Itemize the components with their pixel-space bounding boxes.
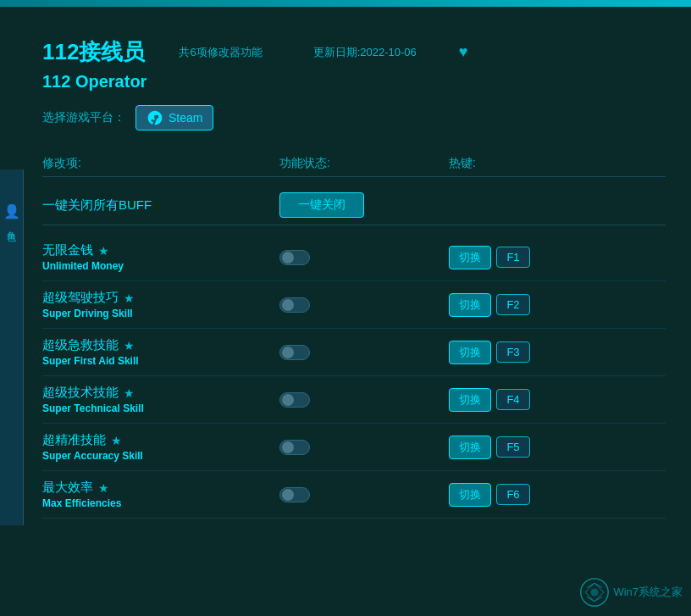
watermark: Win7系统之家 bbox=[579, 577, 683, 608]
hotkey-key: F3 bbox=[496, 341, 530, 363]
toggle-knob bbox=[282, 394, 294, 406]
toggle-container bbox=[279, 487, 449, 502]
star-icon[interactable]: ★ bbox=[124, 339, 135, 352]
close-all-button[interactable]: 一键关闭 bbox=[279, 192, 364, 218]
toggle-knob bbox=[282, 489, 294, 501]
toggle-knob bbox=[282, 441, 294, 453]
table-row: 超级驾驶技巧 ★ Super Driving Skill 切换 F2 bbox=[42, 281, 666, 329]
table-header: 修改项: 功能状态: 热键: bbox=[42, 151, 666, 177]
toggle-switch[interactable] bbox=[279, 297, 310, 313]
hotkey-block: 切换 F5 bbox=[449, 436, 618, 459]
favorite-icon[interactable]: ♥ bbox=[459, 43, 468, 61]
table-row: 超级技术技能 ★ Super Technical Skill 切换 F4 bbox=[42, 376, 666, 424]
toggle-switch[interactable] bbox=[279, 250, 310, 265]
hotkey-toggle-button[interactable]: 切换 bbox=[449, 341, 491, 364]
item-name-en: Unlimited Money bbox=[42, 260, 279, 272]
hotkey-key: F5 bbox=[496, 436, 530, 458]
close-all-label: 一键关闭所有BUFF bbox=[42, 197, 279, 214]
toggle-switch[interactable] bbox=[279, 487, 310, 502]
hotkey-block: 切换 F4 bbox=[449, 388, 618, 412]
toggle-switch[interactable] bbox=[279, 440, 310, 455]
item-name-block: 最大效率 ★ Max Efficiencies bbox=[42, 480, 279, 509]
toggle-container bbox=[279, 440, 449, 455]
win7-logo bbox=[579, 577, 610, 608]
hotkey-key: F2 bbox=[496, 294, 530, 315]
star-icon[interactable]: ★ bbox=[124, 386, 135, 400]
left-sidebar: 👤 角色 bbox=[0, 169, 24, 525]
watermark-text: Win7系统之家 bbox=[613, 585, 683, 600]
toggle-switch[interactable] bbox=[279, 392, 310, 408]
item-name-cn: 超级急救技能 ★ bbox=[42, 337, 279, 353]
item-name-cn: 无限金钱 ★ bbox=[42, 242, 279, 258]
hotkey-toggle-button[interactable]: 切换 bbox=[449, 483, 491, 507]
table-row: 最大效率 ★ Max Efficiencies 切换 F6 bbox=[42, 471, 666, 519]
table-row: 超级急救技能 ★ Super First Aid Skill 切换 F3 bbox=[42, 329, 666, 376]
item-name-block: 超级技术技能 ★ Super Technical Skill bbox=[42, 385, 279, 414]
hotkey-block: 切换 F6 bbox=[449, 483, 618, 507]
hotkey-key: F1 bbox=[496, 247, 530, 268]
table-row: 超精准技能 ★ Super Accuracy Skill 切换 F5 bbox=[42, 424, 666, 471]
item-name-block: 超精准技能 ★ Super Accuracy Skill bbox=[42, 432, 279, 462]
toggle-container bbox=[279, 250, 449, 265]
hotkey-toggle-button[interactable]: 切换 bbox=[449, 388, 491, 412]
items-list: 无限金钱 ★ Unlimited Money 切换 F1 超级驾驶技巧 ★ bbox=[42, 234, 666, 519]
item-name-en: Super First Aid Skill bbox=[42, 355, 279, 367]
toggle-knob bbox=[282, 347, 294, 358]
update-date: 更新日期:2022-10-06 bbox=[313, 45, 417, 60]
character-icon: 👤 bbox=[3, 203, 20, 220]
item-name-cn: 最大效率 ★ bbox=[42, 480, 279, 496]
item-name-en: Super Accuracy Skill bbox=[42, 450, 279, 462]
hotkey-toggle-button[interactable]: 切换 bbox=[449, 246, 491, 269]
item-name-en: Super Technical Skill bbox=[42, 402, 279, 414]
toggle-container bbox=[279, 297, 449, 313]
star-icon[interactable]: ★ bbox=[98, 481, 109, 495]
meta-count: 共6项修改器功能 bbox=[179, 45, 262, 60]
hotkey-toggle-button[interactable]: 切换 bbox=[449, 293, 491, 317]
game-title-cn: 112接线员 bbox=[42, 37, 145, 67]
col-status: 功能状态: bbox=[279, 156, 449, 171]
table-row: 无限金钱 ★ Unlimited Money 切换 F1 bbox=[42, 234, 666, 281]
hotkey-block: 切换 F1 bbox=[449, 246, 618, 269]
item-name-en: Super Driving Skill bbox=[42, 308, 279, 319]
hotkey-block: 切换 F2 bbox=[449, 293, 618, 317]
item-name-cn: 超精准技能 ★ bbox=[42, 432, 279, 448]
steam-icon bbox=[146, 109, 163, 126]
toggle-container bbox=[279, 392, 449, 408]
toggle-knob bbox=[282, 299, 294, 311]
item-name-en: Max Efficiencies bbox=[42, 497, 279, 509]
star-icon[interactable]: ★ bbox=[124, 291, 135, 305]
steam-platform-button[interactable]: Steam bbox=[135, 105, 213, 130]
item-name-cn: 超级技术技能 ★ bbox=[42, 385, 279, 401]
item-name-block: 超级驾驶技巧 ★ Super Driving Skill bbox=[42, 290, 279, 319]
platform-label: 选择游戏平台： bbox=[42, 110, 125, 125]
col-modifier: 修改项: bbox=[42, 156, 279, 171]
toggle-knob bbox=[282, 252, 294, 264]
steam-label: Steam bbox=[169, 111, 202, 125]
star-icon[interactable]: ★ bbox=[111, 434, 122, 447]
close-all-row: 一键关闭所有BUFF 一键关闭 bbox=[42, 186, 666, 225]
hotkey-toggle-button[interactable]: 切换 bbox=[449, 436, 491, 459]
sidebar-character-label: 角色 bbox=[5, 224, 18, 227]
hotkey-key: F4 bbox=[496, 389, 530, 410]
item-name-block: 超级急救技能 ★ Super First Aid Skill bbox=[42, 337, 279, 367]
game-title-en: 112 Operator bbox=[42, 72, 666, 92]
svg-point-1 bbox=[591, 589, 599, 597]
star-icon[interactable]: ★ bbox=[98, 244, 109, 258]
item-name-block: 无限金钱 ★ Unlimited Money bbox=[42, 242, 279, 272]
item-name-cn: 超级驾驶技巧 ★ bbox=[42, 290, 279, 306]
hotkey-key: F6 bbox=[496, 484, 530, 505]
hotkey-block: 切换 F3 bbox=[449, 341, 618, 364]
toggle-switch[interactable] bbox=[279, 345, 310, 360]
col-hotkey: 热键: bbox=[449, 156, 618, 171]
toggle-container bbox=[279, 345, 449, 360]
